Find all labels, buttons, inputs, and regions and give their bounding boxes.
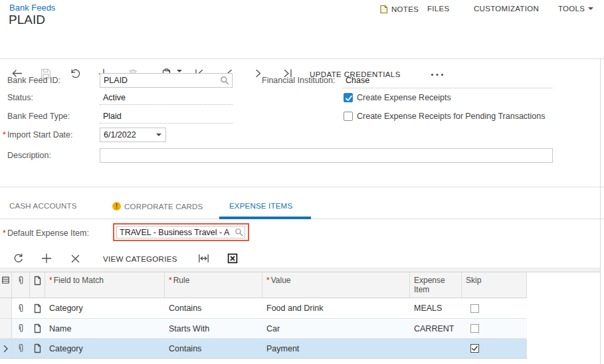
grid-add-row-button[interactable] [41, 253, 52, 264]
customization-link[interactable]: CUSTOMIZATION [474, 5, 539, 13]
chevron-down-icon [588, 7, 593, 10]
fit-width-button[interactable] [198, 253, 209, 264]
lookup-magnifier-icon[interactable] [220, 76, 229, 85]
grid-column-skip[interactable]: Skip [462, 272, 527, 298]
description-input[interactable] [100, 149, 552, 162]
view-categories-button[interactable]: VIEW CATEGORIES [103, 255, 177, 263]
tools-menu[interactable]: TOOLS [558, 5, 593, 13]
note-file-icon[interactable] [30, 298, 45, 318]
highlight-annotation-box [113, 223, 249, 241]
description-label: Description: [3, 148, 97, 163]
cell-skip [462, 298, 527, 318]
row-marker-cell [0, 339, 12, 358]
status-label: Status: [3, 90, 97, 105]
paperclip-icon[interactable] [12, 319, 30, 338]
status-value: Active [100, 90, 233, 105]
grid-column-field-to-match[interactable]: *Field to Match [45, 272, 165, 298]
cell-value[interactable]: Payment [262, 339, 410, 358]
bank-feeds-screen: Bank Feeds PLAID NOTES FILES CUSTOMIZATI… [0, 0, 604, 364]
cell-value[interactable]: Car [262, 319, 410, 338]
cell-skip [462, 319, 527, 338]
bank-feed-id-field[interactable] [100, 73, 233, 88]
selected-row-chevron-icon [3, 345, 9, 353]
cell-rule[interactable]: Contains [165, 339, 262, 358]
grid-refresh-button[interactable] [13, 253, 24, 264]
cell-field-to-match[interactable]: Name [45, 319, 165, 338]
grid-attachments-header[interactable] [12, 272, 30, 298]
table-row[interactable]: Category Contains Food and Drink MEALS [0, 298, 527, 319]
content-right-border [600, 58, 601, 364]
create-expense-receipts-label: Create Expense Receipts [357, 93, 451, 103]
breadcrumb[interactable]: Bank Feeds [9, 3, 55, 13]
cell-rule[interactable]: Contains [165, 298, 262, 318]
grid-column-rule[interactable]: *Rule [165, 272, 262, 298]
tab-corporate-cards[interactable]: ! CORPORATE CARDS [112, 202, 203, 211]
description-field[interactable] [100, 148, 553, 163]
tab-cash-accounts[interactable]: CASH ACCOUNTS [9, 202, 77, 210]
paperclip-icon[interactable] [12, 298, 30, 318]
bank-feed-type-value: Plaid [100, 109, 233, 124]
cell-field-to-match[interactable]: Category [45, 298, 165, 318]
create-expense-receipts-checkbox[interactable] [344, 93, 353, 102]
active-tab-underline [219, 217, 311, 219]
bank-feed-id-label: Bank Feed ID: [3, 73, 97, 88]
bank-feed-id-input[interactable] [100, 74, 220, 86]
more-actions-button[interactable] [431, 73, 444, 76]
import-start-date-field[interactable]: 6/1/2022 [100, 128, 166, 142]
cell-expense-item[interactable]: CARRENT [410, 319, 462, 338]
create-expense-receipts-pending-row: Create Expense Receipts for Pending Tran… [344, 112, 546, 122]
financial-institution-label: Financial Institution: [262, 73, 342, 88]
note-file-icon[interactable] [30, 319, 45, 338]
paperclip-icon[interactable] [12, 339, 30, 358]
chevron-down-icon[interactable] [156, 134, 161, 136]
export-to-excel-button[interactable] [227, 253, 238, 264]
note-file-icon[interactable] [30, 339, 45, 358]
notes-link[interactable]: NOTES [379, 5, 419, 14]
financial-institution-underline [342, 87, 553, 88]
create-expense-receipts-row: Create Expense Receipts [344, 93, 451, 103]
skip-checkbox[interactable] [470, 324, 479, 333]
skip-checkbox[interactable] [470, 304, 479, 313]
grid-column-value[interactable]: *Value [262, 272, 410, 298]
table-row-selected[interactable]: Category Contains Payment [0, 339, 527, 359]
grid-row-settings-header[interactable] [0, 272, 12, 298]
cell-rule[interactable]: Starts With [165, 319, 262, 338]
create-expense-receipts-pending-label: Create Expense Receipts for Pending Tran… [357, 112, 546, 122]
warning-icon: ! [112, 202, 121, 211]
create-expense-receipts-pending-checkbox[interactable] [344, 112, 353, 121]
note-icon [379, 5, 388, 14]
grid-top-strip [0, 268, 601, 272]
page-title: PLAID [9, 13, 45, 27]
cell-expense-item[interactable] [410, 339, 462, 358]
table-row[interactable]: Name Starts With Car CARRENT [0, 319, 527, 339]
financial-institution-value: Chase [346, 73, 369, 88]
default-expense-item-label: *Default Expense Item: [3, 226, 97, 240]
row-marker-cell [0, 319, 12, 338]
cell-field-to-match[interactable]: Category [45, 339, 165, 358]
tab-expense-items[interactable]: EXPENSE ITEMS [229, 202, 292, 210]
grid-column-expense-item[interactable]: Expense Item [410, 272, 462, 298]
grid-header: *Field to Match *Rule *Value Expense Ite… [0, 272, 527, 298]
import-start-date-value: 6/1/2022 [100, 130, 156, 139]
grid-delete-row-button[interactable] [71, 254, 80, 263]
record-toolbar: UPDATE CREDENTIALS [0, 32, 604, 59]
cell-expense-item[interactable]: MEALS [410, 298, 462, 318]
files-link[interactable]: FILES [427, 5, 449, 13]
grid-notes-header[interactable] [30, 272, 45, 298]
row-marker-cell [0, 298, 12, 318]
cell-value[interactable]: Food and Drink [262, 298, 410, 318]
cell-skip [462, 339, 527, 358]
bank-feed-type-label: Bank Feed Type: [3, 109, 97, 124]
skip-checkbox[interactable] [470, 344, 479, 353]
import-start-date-label: *Import Start Date: [3, 128, 97, 142]
tab-bar: CASH ACCOUNTS ! CORPORATE CARDS EXPENSE … [0, 187, 604, 219]
